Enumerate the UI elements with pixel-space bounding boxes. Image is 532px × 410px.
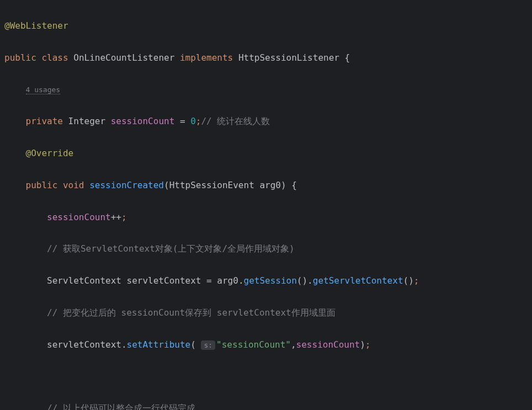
m1-comment3: // 以上代码可以整合成一行代码完成	[4, 401, 532, 410]
usage-hint[interactable]: 4 usages	[26, 86, 61, 94]
m1-stmt2: ServletContext servletContext = arg0.get…	[4, 273, 532, 289]
usage-hint-line: 4 usages	[4, 82, 532, 98]
m1-comment1: // 获取ServletContext对象(上下文对象/全局作用域对象)	[4, 241, 532, 257]
m1-comment2: // 把变化过后的 sessionCount保存到 servletContext…	[4, 305, 532, 321]
field-line: private Integer sessionCount = 0;// 统计在线…	[4, 114, 532, 130]
annotation-line: @WebListener	[4, 18, 532, 34]
method1-decl-line: public void sessionCreated(HttpSessionEv…	[4, 178, 532, 194]
class-decl-line: public class OnLineCountListener impleme…	[4, 50, 532, 66]
blank-line	[4, 369, 532, 385]
m1-stmt1: sessionCount++;	[4, 210, 532, 226]
annotation: @WebListener	[4, 20, 68, 31]
code-editor[interactable]: @WebListener public class OnLineCountLis…	[0, 2, 532, 410]
param-hint: s:	[201, 340, 215, 350]
m1-stmt3: servletContext.setAttribute( s:"sessionC…	[4, 337, 532, 353]
override-line: @Override	[4, 146, 532, 162]
